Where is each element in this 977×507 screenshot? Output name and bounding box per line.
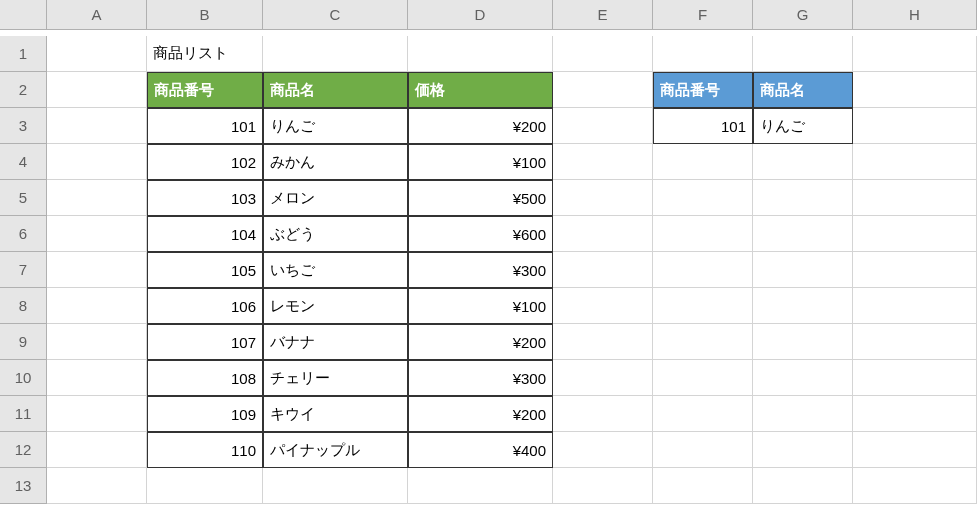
row-header-9[interactable]: 9 <box>0 324 47 360</box>
cell-H11[interactable] <box>853 396 977 432</box>
cell-D2[interactable]: 価格 <box>408 72 553 108</box>
cell-C4[interactable]: みかん <box>263 144 408 180</box>
cell-B13[interactable] <box>147 468 263 504</box>
cell-F2[interactable]: 商品番号 <box>653 72 753 108</box>
cell-G12[interactable] <box>753 432 853 468</box>
cell-E1[interactable] <box>553 36 653 72</box>
cell-C11[interactable]: キウイ <box>263 396 408 432</box>
cell-E2[interactable] <box>553 72 653 108</box>
row-header-12[interactable]: 12 <box>0 432 47 468</box>
cell-C7[interactable]: いちご <box>263 252 408 288</box>
cell-A10[interactable] <box>47 360 147 396</box>
cell-G4[interactable] <box>753 144 853 180</box>
cell-E13[interactable] <box>553 468 653 504</box>
cell-D4[interactable]: ¥100 <box>408 144 553 180</box>
cell-G13[interactable] <box>753 468 853 504</box>
cell-D1[interactable] <box>408 36 553 72</box>
row-header-7[interactable]: 7 <box>0 252 47 288</box>
cell-D11[interactable]: ¥200 <box>408 396 553 432</box>
row-header-11[interactable]: 11 <box>0 396 47 432</box>
cell-F5[interactable] <box>653 180 753 216</box>
cell-G6[interactable] <box>753 216 853 252</box>
cell-H13[interactable] <box>853 468 977 504</box>
cell-H3[interactable] <box>853 108 977 144</box>
cell-G3[interactable]: りんご <box>753 108 853 144</box>
cell-C13[interactable] <box>263 468 408 504</box>
cell-E8[interactable] <box>553 288 653 324</box>
cell-F8[interactable] <box>653 288 753 324</box>
cell-H2[interactable] <box>853 72 977 108</box>
cell-A4[interactable] <box>47 144 147 180</box>
cell-C12[interactable]: パイナップル <box>263 432 408 468</box>
cell-B12[interactable]: 110 <box>147 432 263 468</box>
cell-H9[interactable] <box>853 324 977 360</box>
cell-B3[interactable]: 101 <box>147 108 263 144</box>
cell-H6[interactable] <box>853 216 977 252</box>
col-header-B[interactable]: B <box>147 0 263 30</box>
cell-C2[interactable]: 商品名 <box>263 72 408 108</box>
cell-F6[interactable] <box>653 216 753 252</box>
cell-C9[interactable]: バナナ <box>263 324 408 360</box>
col-header-H[interactable]: H <box>853 0 977 30</box>
cell-B1[interactable]: 商品リスト <box>147 36 263 72</box>
row-header-10[interactable]: 10 <box>0 360 47 396</box>
cell-F10[interactable] <box>653 360 753 396</box>
cell-B6[interactable]: 104 <box>147 216 263 252</box>
cell-D13[interactable] <box>408 468 553 504</box>
cell-A13[interactable] <box>47 468 147 504</box>
col-header-E[interactable]: E <box>553 0 653 30</box>
cell-A1[interactable] <box>47 36 147 72</box>
cell-E6[interactable] <box>553 216 653 252</box>
cell-F12[interactable] <box>653 432 753 468</box>
cell-D6[interactable]: ¥600 <box>408 216 553 252</box>
cell-E3[interactable] <box>553 108 653 144</box>
cell-B7[interactable]: 105 <box>147 252 263 288</box>
cell-B5[interactable]: 103 <box>147 180 263 216</box>
cell-B4[interactable]: 102 <box>147 144 263 180</box>
cell-D9[interactable]: ¥200 <box>408 324 553 360</box>
cell-G7[interactable] <box>753 252 853 288</box>
cell-C5[interactable]: メロン <box>263 180 408 216</box>
cell-D8[interactable]: ¥100 <box>408 288 553 324</box>
col-header-C[interactable]: C <box>263 0 408 30</box>
cell-G1[interactable] <box>753 36 853 72</box>
cell-C10[interactable]: チェリー <box>263 360 408 396</box>
cell-F13[interactable] <box>653 468 753 504</box>
cell-H4[interactable] <box>853 144 977 180</box>
cell-H1[interactable] <box>853 36 977 72</box>
cell-D3[interactable]: ¥200 <box>408 108 553 144</box>
cell-A9[interactable] <box>47 324 147 360</box>
cell-D10[interactable]: ¥300 <box>408 360 553 396</box>
cell-D7[interactable]: ¥300 <box>408 252 553 288</box>
cell-E9[interactable] <box>553 324 653 360</box>
cell-D12[interactable]: ¥400 <box>408 432 553 468</box>
cell-E10[interactable] <box>553 360 653 396</box>
cell-F7[interactable] <box>653 252 753 288</box>
cell-A6[interactable] <box>47 216 147 252</box>
cell-H8[interactable] <box>853 288 977 324</box>
cell-F3[interactable]: 101 <box>653 108 753 144</box>
cell-G9[interactable] <box>753 324 853 360</box>
cell-G2[interactable]: 商品名 <box>753 72 853 108</box>
cell-E7[interactable] <box>553 252 653 288</box>
cell-B2[interactable]: 商品番号 <box>147 72 263 108</box>
cell-C8[interactable]: レモン <box>263 288 408 324</box>
cell-H7[interactable] <box>853 252 977 288</box>
cell-F4[interactable] <box>653 144 753 180</box>
row-header-13[interactable]: 13 <box>0 468 47 504</box>
cell-E5[interactable] <box>553 180 653 216</box>
cell-A12[interactable] <box>47 432 147 468</box>
cell-G8[interactable] <box>753 288 853 324</box>
cell-C6[interactable]: ぶどう <box>263 216 408 252</box>
cell-H12[interactable] <box>853 432 977 468</box>
row-header-5[interactable]: 5 <box>0 180 47 216</box>
col-header-G[interactable]: G <box>753 0 853 30</box>
cell-B9[interactable]: 107 <box>147 324 263 360</box>
cell-A11[interactable] <box>47 396 147 432</box>
col-header-F[interactable]: F <box>653 0 753 30</box>
row-header-2[interactable]: 2 <box>0 72 47 108</box>
cell-G10[interactable] <box>753 360 853 396</box>
cell-F9[interactable] <box>653 324 753 360</box>
cell-A8[interactable] <box>47 288 147 324</box>
spreadsheet-grid[interactable]: A B C D E F G H 1 商品リスト 2 商品番号 商品名 価格 商品… <box>0 0 977 504</box>
